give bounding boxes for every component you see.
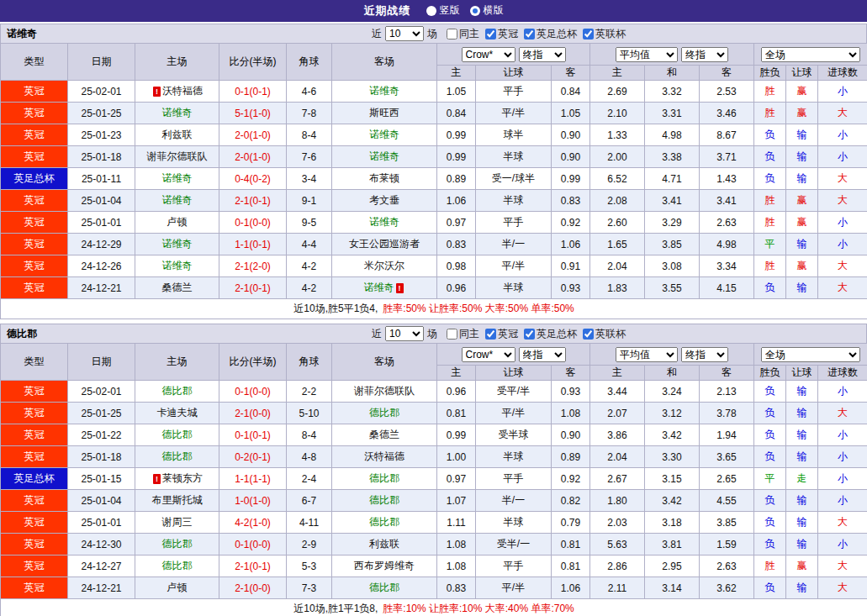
odds-away-cell: 1.06 (552, 577, 590, 599)
odds-away-cell: 0.82 (552, 490, 590, 512)
avg-draw-cell: 3.24 (645, 381, 700, 403)
average-select[interactable]: 平均值 (616, 347, 678, 362)
result-wdl-cell: 平 (754, 234, 786, 255)
away-team-cell: 谢菲尔德联队 (332, 381, 437, 403)
team-link: 诺维奇 (162, 238, 193, 250)
corners-cell: 7-6 (287, 146, 332, 168)
alert-icon[interactable]: ! (153, 87, 161, 97)
away-team-cell: 考文垂 (332, 190, 437, 212)
result-goals-cell: 小 (818, 446, 867, 468)
radio-selected-icon[interactable] (470, 6, 480, 16)
date-cell: 24-12-26 (68, 255, 135, 277)
date-cell: 25-02-01 (68, 381, 135, 403)
corners-cell: 4-2 (287, 277, 332, 299)
date-cell: 25-01-04 (68, 490, 135, 512)
score-cell: 0-1(0-1) (219, 424, 287, 446)
handicap-cell: 平/半 (476, 403, 552, 424)
match-count-select[interactable]: 10 (385, 326, 424, 341)
filter-option[interactable]: 英联杯 (583, 27, 626, 41)
final-odds-select[interactable]: 终指 (519, 347, 566, 362)
filter-checkbox[interactable] (447, 29, 457, 39)
handicap-cell: 受一/球半 (476, 168, 552, 190)
type-cell: 英冠 (1, 446, 68, 468)
final-odds-select-2[interactable]: 终指 (681, 347, 728, 362)
avg-away-cell: 1.43 (700, 168, 754, 190)
avg-away-cell: 3.65 (700, 446, 754, 468)
result-wdl-cell: 负 (754, 277, 786, 299)
filter-checkbox[interactable] (485, 329, 496, 340)
odds-away-cell: 1.06 (552, 234, 590, 255)
date-cell: 25-01-22 (68, 424, 135, 446)
layout-radio-option[interactable]: 横版 (470, 3, 504, 18)
layout-radio-option[interactable]: 竖版 (426, 3, 460, 18)
result-handicap-cell: 输 (786, 403, 818, 424)
team-link: 德比郡 (369, 516, 399, 528)
date-cell: 25-01-01 (68, 512, 135, 534)
filter-option[interactable]: 同主 (447, 27, 479, 41)
final-odds-select-2[interactable]: 终指 (681, 47, 728, 62)
full-match-select[interactable]: 全场 (761, 347, 860, 362)
filter-label: 同主 (459, 27, 479, 41)
odds-away-cell: 1.05 (552, 103, 590, 124)
result-handicap-cell: 输 (786, 490, 818, 512)
type-cell: 英冠 (1, 534, 68, 555)
match-row: 英冠24-12-21桑德兰2-1(0-1)4-2诺维奇!0.96半球0.931.… (1, 277, 867, 299)
filter-option[interactable]: 英联杯 (583, 327, 626, 341)
odds-home-cell: 1.00 (437, 446, 476, 468)
odds-company-select[interactable]: Crow* (462, 47, 515, 62)
filter-checkbox[interactable] (524, 329, 535, 340)
corners-cell: 7-8 (287, 103, 332, 124)
filter-checkbox[interactable] (447, 329, 457, 340)
date-cell: 25-01-23 (68, 124, 135, 146)
result-wdl-cell: 负 (754, 146, 786, 168)
avg-home-cell: 2.86 (590, 555, 645, 577)
type-cell: 英足总杯 (1, 468, 68, 490)
avg-draw-cell: 3.31 (645, 103, 700, 124)
final-odds-select[interactable]: 终指 (519, 47, 566, 62)
alert-icon[interactable]: ! (153, 474, 161, 484)
average-select[interactable]: 平均值 (616, 47, 678, 62)
corners-cell: 3-4 (287, 168, 332, 190)
filter-option[interactable]: 英足总杯 (524, 27, 577, 41)
odds-away-cell: 0.92 (552, 468, 590, 490)
result-goals-cell: 小 (818, 146, 867, 168)
away-team-cell: 西布罗姆维奇 (332, 555, 437, 577)
avg-home-cell: 1.33 (590, 124, 645, 146)
summary-row: 近10场,胜1平1负8,胜率:10% 让胜率:10% 大率:40% 单率:70% (1, 599, 867, 616)
odds-company-select[interactable]: Crow* (462, 347, 515, 362)
match-count-select[interactable]: 10 (385, 26, 424, 41)
odds-group-header: Crow* 终指 (437, 344, 590, 366)
filter-checkbox[interactable] (583, 29, 594, 39)
avg-draw-cell: 3.14 (645, 577, 700, 599)
odds-away-cell: 0.91 (552, 255, 590, 277)
summary-rates: 胜率:10% 让胜率:10% 大率:40% 单率:70% (383, 603, 574, 614)
avg-draw-cell: 3.08 (645, 255, 700, 277)
filter-option[interactable]: 英冠 (485, 327, 518, 341)
avg-home-cell: 2.07 (590, 403, 645, 424)
score-cell: 5-1(1-0) (219, 103, 287, 124)
result-wdl-cell: 负 (754, 512, 786, 534)
filter-checkbox[interactable] (524, 29, 535, 39)
avg-away-cell: 3.46 (700, 103, 754, 124)
type-cell: 英冠 (1, 234, 68, 255)
handicap-cell: 受半/一 (476, 534, 552, 555)
filter-checkbox[interactable] (583, 329, 594, 340)
filter-option[interactable]: 英冠 (485, 27, 518, 41)
filter-option[interactable]: 英足总杯 (524, 327, 577, 341)
alert-icon[interactable]: ! (396, 283, 404, 293)
odds-home-cell: 0.89 (437, 168, 476, 190)
full-match-select[interactable]: 全场 (761, 47, 860, 62)
odds-away-cell: 0.83 (552, 190, 590, 212)
avg-draw-cell: 3.81 (645, 534, 700, 555)
corners-cell: 7-3 (287, 577, 332, 599)
sub-column-header: 进球数 (818, 66, 867, 81)
column-header-date: 日期 (68, 44, 135, 81)
radio-label: 横版 (484, 3, 504, 18)
avg-draw-cell: 4.71 (645, 168, 700, 190)
filter-checkbox[interactable] (485, 29, 496, 39)
radio-icon[interactable] (426, 6, 436, 16)
filter-option[interactable]: 同主 (447, 327, 479, 341)
avg-draw-cell: 3.42 (645, 424, 700, 446)
away-team-cell: 德比郡 (332, 403, 437, 424)
summary-record: 近10场,胜5平1负4, (293, 303, 378, 314)
